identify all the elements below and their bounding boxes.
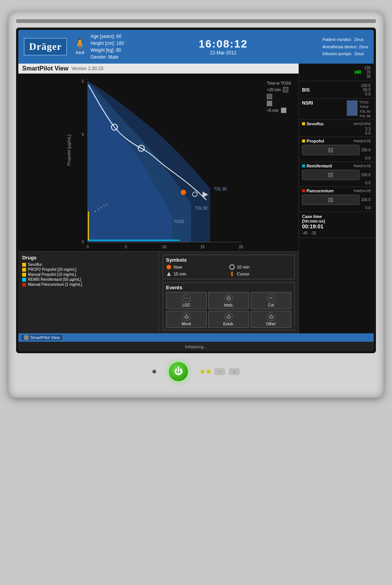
drugs-title: Drugs <box>22 255 155 261</box>
patient-details: Age [years]: 60 Height [cm]: 180 Weight … <box>90 33 124 61</box>
event-btn-intub[interactable]: ⏻ Intub. <box>208 292 249 309</box>
drug-item-3: Manual Propofol [10 mg/mL] <box>22 272 155 277</box>
bottom-controls: ⊣ ▭ <box>201 368 240 375</box>
drug-item-4: REMI5 Remifentanil [50 µg/mL] <box>22 277 155 282</box>
10min-icon <box>229 264 235 270</box>
hr-val-3: 30 <box>366 74 371 79</box>
event-btn-loc[interactable]: ⋯ LOC <box>166 292 207 309</box>
drug-item-5: Manual Pancuronium [1 mg/mL] <box>22 282 155 287</box>
pancuronium-unit: Rate[mL/h] <box>354 189 371 193</box>
svg-point-21 <box>103 205 105 206</box>
taskbar: SmartPilot View <box>18 333 374 342</box>
event-btn-cut[interactable]: ✂ Cut <box>251 292 292 309</box>
drug-color-panc <box>22 283 26 287</box>
toss-item-4: <5 min <box>267 108 291 113</box>
svg-point-25 <box>181 190 186 195</box>
nsri-legend: TOSS TOSS TOL 50 TOL 90 <box>347 100 371 118</box>
case-time-label: Case time [hh:mm:ss] <box>302 214 371 223</box>
drug-color-remi <box>22 278 26 282</box>
drug-color-prop2 <box>22 268 26 272</box>
svg-text:TOSS: TOSS <box>174 220 184 224</box>
remifentanil-pump-low: 0.0 <box>302 181 371 185</box>
smartpilot-title-bar: SmartPilot View Version 2.00.23 <box>18 64 299 74</box>
svg-marker-32 <box>230 273 234 277</box>
case-time-row: Case time [hh:mm:ss] 00:19:01 -40 -35 <box>299 212 374 238</box>
bottom-row: Drugs Sevoflur. PROP2 Propofol [20 mg/mL… <box>18 251 299 333</box>
event-other-label: Other <box>266 322 276 326</box>
svg-text:10: 10 <box>162 245 167 249</box>
taskbar-smartpilot[interactable]: SmartPilot View <box>21 334 63 341</box>
svg-marker-30 <box>167 272 171 276</box>
events-grid: ⋯ LOC ⏻ Intub. <box>166 292 292 328</box>
usb-button[interactable]: ⊣ <box>214 368 225 375</box>
svg-text:Propofol [µg/mL]: Propofol [µg/mL] <box>67 135 71 166</box>
symbol-15min: 15 min <box>166 271 228 277</box>
nsri-tol50: TOL 50 <box>359 110 371 113</box>
pancuronium-pump-high: 100.0 <box>361 198 371 202</box>
remifentanil-color <box>302 164 305 167</box>
screen-bezel: Dräger 🧍 Adult Age [years]: 60 Height [c… <box>16 28 376 353</box>
cut-icon: ✂ <box>267 294 275 302</box>
pancuronium-color <box>302 189 305 192</box>
right-panel: HR 130 70 30 BIS 100.0 50.0 <box>299 64 374 333</box>
smartpilot-title: SmartPilot View <box>22 65 69 72</box>
power-button[interactable]: ⏻ <box>168 361 189 382</box>
remifentanil-pump-icon: ⊟ <box>328 171 333 179</box>
remifentanil-pump-high: 100.0 <box>361 173 371 177</box>
pumps-value: Zeus <box>354 51 364 56</box>
svg-text:5: 5 <box>82 79 84 84</box>
toss-time-label: Time to TOSS <box>267 81 291 85</box>
sevoflur-label-row: Sevoflur. etVA[Vol%] <box>302 121 371 126</box>
svg-text:5: 5 <box>82 133 84 137</box>
nsri-tol90: TOL 90 <box>359 114 371 118</box>
event-cut-label: Cut <box>268 303 274 307</box>
propofol-pump-display: ⊟ <box>302 145 359 155</box>
bis-val-1: 100.0 <box>361 84 371 88</box>
device-info: Patient monitor: Zeus Anesthesia device:… <box>322 36 368 57</box>
drug-item-2: PROP2 Propofol [20 mg/mL] <box>22 267 155 272</box>
other-icon: ⏻ <box>267 313 275 321</box>
sevoflur-row: Sevoflur. etVA[Vol%] 3.3 0.0 <box>299 120 374 137</box>
event-btn-move[interactable]: ⏻ Move <box>166 311 207 328</box>
nsri-toss1: TOSS <box>359 100 371 104</box>
header: Dräger 🧍 Adult Age [years]: 60 Height [c… <box>18 30 374 64</box>
monitor-label: Patient monitor: <box>322 37 352 42</box>
event-btn-extub[interactable]: ⏻ Extub. <box>208 311 249 328</box>
case-time-scale: -40 -35 <box>302 231 371 235</box>
left-panel: SmartPilot View Version 2.00.23 Time to … <box>18 64 299 333</box>
pancuronium-pump-label: Pancuronium Rate[mL/h] <box>302 188 371 193</box>
device-bottom: ⏻ ⊣ ▭ <box>16 353 376 386</box>
bis-val-2: 50.0 <box>363 88 371 92</box>
date-display: 22-Mar-2012 <box>130 50 316 56</box>
device-top-bar <box>16 19 376 23</box>
patient-info: 🧍 Adult Age [years]: 60 Height [cm]: 180… <box>73 33 124 61</box>
sevoflur-name: Sevoflur. <box>307 121 324 126</box>
drug-name-sevoflur: Sevoflur. <box>28 262 43 267</box>
event-btn-other[interactable]: ⏻ Other <box>251 311 292 328</box>
intub-icon: ⏻ <box>224 294 233 302</box>
sd-button[interactable]: ▭ <box>229 368 240 375</box>
extub-icon: ⏻ <box>224 313 233 321</box>
drugs-panel: Drugs Sevoflur. PROP2 Propofol [20 mg/mL… <box>18 252 159 333</box>
hr-row: HR 130 70 30 <box>299 64 374 81</box>
propofol-pump-high: 100.0 <box>361 148 371 152</box>
15min-icon <box>166 271 172 277</box>
drug-name-manual-prop: Manual Propofol [10 mg/mL] <box>28 272 76 277</box>
sevoflur-unit: etVA[Vol%] <box>354 122 371 126</box>
svg-text:TOL 90: TOL 90 <box>214 187 227 191</box>
drager-logo: Dräger <box>29 41 62 52</box>
gender-label: Gender: <box>90 54 107 60</box>
svg-text:TOL 50: TOL 50 <box>195 206 207 210</box>
patient-icon: 🧍 <box>73 39 87 50</box>
remifentanil-pump-label: Remifentanil Rate[mL/h] <box>302 164 371 168</box>
symbols-grid: Now 10 min 15 min <box>166 264 292 277</box>
drug-name-prop2: PROP2 Propofol [20 mg/mL] <box>28 267 77 272</box>
nsri-row: NSRI TOSS TOSS TOL 50 TOL 90 <box>299 99 374 120</box>
sevoflur-high: 3.3 <box>365 127 371 131</box>
pancuronium-pump-display: ⊟ <box>302 195 359 205</box>
toss-item-2 <box>267 94 291 99</box>
dot-button-left[interactable] <box>152 370 156 374</box>
svg-text:0: 0 <box>82 240 84 244</box>
svg-point-29 <box>230 265 234 269</box>
nsri-block <box>347 100 358 116</box>
